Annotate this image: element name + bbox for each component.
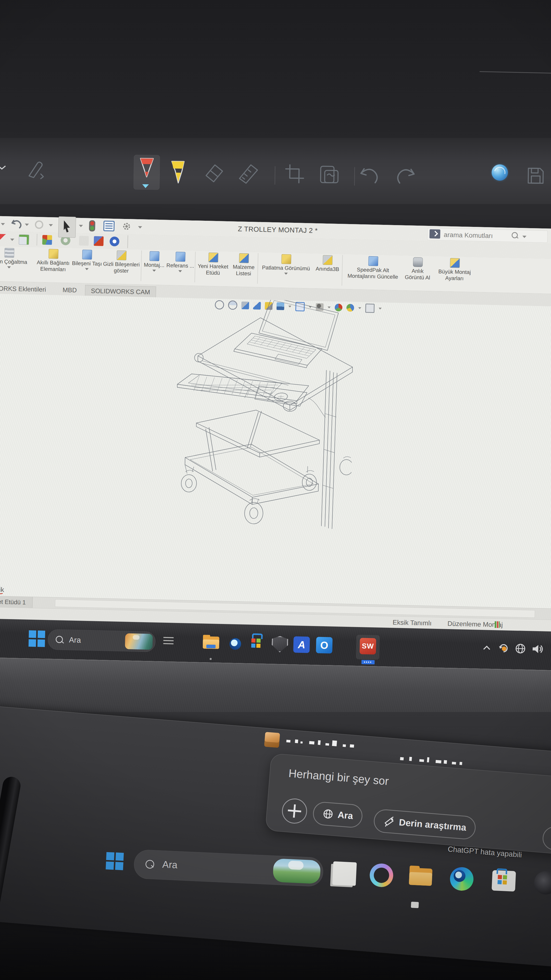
windows-security-icon[interactable] bbox=[272, 636, 288, 652]
sync-icon[interactable] bbox=[497, 642, 510, 655]
visual-search-icon[interactable] bbox=[492, 164, 508, 181]
ruler-tool[interactable] bbox=[237, 162, 260, 184]
dropdown-caret-icon[interactable] bbox=[379, 307, 382, 309]
save-icon[interactable] bbox=[526, 165, 545, 185]
ribbon-item-large-assembly[interactable]: Büyük Montaj Ayarları bbox=[432, 257, 477, 282]
view-settings-icon[interactable] bbox=[365, 304, 375, 313]
snapshot-icon bbox=[413, 257, 423, 267]
motion-study-tab[interactable]: et Etüdü 1 bbox=[0, 596, 33, 608]
command-search-box[interactable]: arama Komutları bbox=[427, 228, 548, 243]
compass-icon[interactable] bbox=[110, 237, 119, 247]
dropdown-caret-icon[interactable] bbox=[152, 269, 156, 272]
ribbon-item-fasteners[interactable]: Akıllı Bağlantı Elemanları bbox=[35, 248, 72, 272]
red-square-icon[interactable] bbox=[94, 236, 103, 246]
create-image-button[interactable]: Görse bbox=[542, 826, 551, 856]
tab-solidworks-cam[interactable]: SOLIDWORKS CAM bbox=[85, 285, 156, 298]
instant3d-icon bbox=[323, 255, 333, 265]
move-component-icon bbox=[82, 250, 92, 259]
chevron-down-icon[interactable] bbox=[0, 164, 7, 171]
bing-daily-image[interactable] bbox=[125, 633, 153, 649]
eraser-tool[interactable] bbox=[203, 162, 226, 184]
exit-sketch-icon[interactable] bbox=[0, 234, 8, 244]
camera-app-icon[interactable] bbox=[534, 870, 551, 895]
dropdown-caret-icon[interactable] bbox=[10, 237, 14, 242]
undo-icon[interactable] bbox=[359, 165, 381, 185]
ribbon-item-assembly[interactable]: Montaj... bbox=[142, 251, 167, 272]
tab-addins[interactable]: IDWORKS Eklentileri bbox=[0, 283, 52, 295]
ribbon-item-bom[interactable]: Malzeme Listesi bbox=[230, 252, 257, 277]
exploded-view-icon bbox=[281, 254, 291, 264]
search-action-label: Ara bbox=[337, 810, 353, 821]
solidworks-icon[interactable]: SW bbox=[359, 638, 376, 654]
ribbon-item-reference[interactable]: Referans ... bbox=[166, 251, 195, 272]
status-constraint: Eksik Tanımlı bbox=[392, 618, 432, 627]
copilot-icon[interactable] bbox=[369, 863, 394, 888]
ribbon-item-exploded[interactable]: Patlatma Görünümü bbox=[259, 253, 314, 275]
package-icon bbox=[264, 732, 280, 748]
graphics-viewport[interactable] bbox=[0, 293, 551, 620]
search-icon bbox=[56, 636, 63, 643]
large-assembly-icon bbox=[450, 258, 460, 268]
ribbon-divider bbox=[341, 255, 343, 286]
taskbar-search[interactable]: Ara bbox=[133, 850, 324, 887]
edge-icon[interactable] bbox=[449, 867, 474, 891]
network-globe-icon[interactable] bbox=[514, 642, 527, 656]
volume-icon[interactable] bbox=[531, 643, 545, 656]
solidworks-window: Z TROLLEY MONTAJ 2 * arama Komutları bbox=[0, 216, 551, 727]
file-explorer-icon[interactable] bbox=[408, 865, 443, 899]
search-placeholder: arama Komutları bbox=[444, 231, 493, 240]
pen-options-caret[interactable] bbox=[142, 184, 149, 188]
select-tool-button[interactable] bbox=[58, 216, 76, 238]
chatgpt-compose-card[interactable]: Herhangi bir şey sor Ara Derin araştırma… bbox=[265, 753, 551, 859]
ribbon-item-speedpak[interactable]: SpeedPak Alt Montajlarını Güncelle bbox=[343, 255, 403, 280]
tab-mbd[interactable]: MBD bbox=[57, 284, 83, 296]
highlighter-tool[interactable] bbox=[168, 159, 189, 186]
ribbon-item-show-hidden[interactable]: Gizli Bileşenleri göster bbox=[102, 250, 141, 274]
ribbon-divider bbox=[257, 253, 259, 284]
crop-tool[interactable] bbox=[284, 163, 306, 185]
store-icon[interactable] bbox=[492, 870, 516, 891]
search-magnifier-icon[interactable] bbox=[512, 232, 518, 239]
ribbon-item-pattern[interactable]: eşen Çoğaltma bbox=[0, 247, 35, 269]
dropdown-caret-icon[interactable] bbox=[358, 307, 361, 309]
taskbar-search[interactable]: Ara bbox=[48, 629, 156, 652]
bing-daily-image[interactable] bbox=[273, 858, 321, 884]
sticky-notes-icon[interactable] bbox=[332, 861, 357, 886]
search-label: Ara bbox=[162, 859, 178, 871]
ribbon-item-snapshot[interactable]: Anlık Görüntü Al bbox=[403, 256, 433, 281]
touch-writing-tool[interactable] bbox=[319, 164, 340, 185]
redo-icon[interactable] bbox=[395, 165, 416, 186]
blue-a-app-icon[interactable]: A bbox=[293, 636, 310, 653]
ballpoint-pen-tool[interactable] bbox=[133, 155, 160, 189]
tray-chevron-icon[interactable] bbox=[482, 644, 492, 652]
ribbon-item-motion-study[interactable]: Yeni Hareket Etüdü bbox=[196, 251, 230, 276]
ribbon-divider bbox=[194, 251, 196, 282]
start-button[interactable] bbox=[106, 852, 124, 870]
inactive-icon bbox=[79, 236, 89, 246]
dropdown-caret-icon[interactable] bbox=[284, 272, 288, 275]
start-button[interactable] bbox=[29, 630, 45, 647]
ribbon-item-instant3d[interactable]: Anında3B bbox=[313, 255, 342, 272]
dropdown-caret-icon[interactable] bbox=[522, 234, 526, 239]
dropdown-caret-icon[interactable] bbox=[178, 270, 182, 272]
evaluate-icon[interactable] bbox=[19, 234, 29, 245]
open-app-indicator bbox=[210, 658, 212, 660]
cad-model-trolley[interactable] bbox=[135, 293, 356, 578]
attach-plus-button[interactable] bbox=[281, 797, 308, 824]
search-icon bbox=[145, 860, 155, 869]
annotation-toolbar bbox=[0, 153, 551, 197]
linear-pattern-icon bbox=[4, 248, 14, 258]
prompt-placeholder[interactable]: Herhangi bir şey sor bbox=[288, 767, 389, 788]
ribbon-item-move[interactable]: Bileşeni Taşı bbox=[71, 249, 103, 270]
search-action-button[interactable]: Ara bbox=[312, 801, 364, 829]
dropdown-caret-icon[interactable] bbox=[7, 266, 11, 269]
dropdown-caret-icon[interactable] bbox=[85, 268, 89, 270]
deep-research-button[interactable]: Derin araştırma bbox=[373, 808, 476, 840]
flag-icon[interactable] bbox=[42, 235, 52, 245]
search-go-icon[interactable] bbox=[429, 229, 440, 239]
pen-selector-icon[interactable] bbox=[24, 159, 47, 181]
search-label: Ara bbox=[69, 635, 81, 644]
smart-fasteners-icon bbox=[48, 249, 59, 259]
show-hidden-icon bbox=[117, 250, 127, 260]
outlook-icon[interactable]: O bbox=[316, 637, 332, 653]
